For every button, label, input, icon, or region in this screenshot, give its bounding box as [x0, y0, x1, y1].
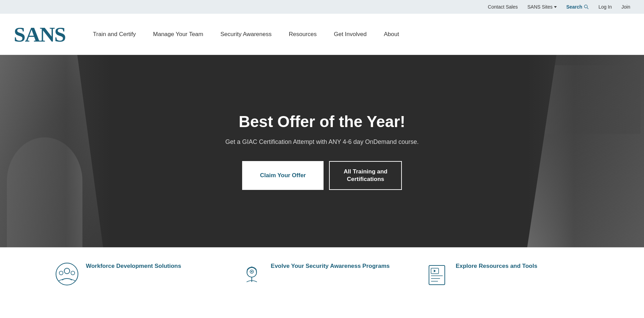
svg-point-8: [251, 271, 252, 272]
card-security-awareness-title: Evolve Your Security Awareness Programs: [271, 262, 389, 270]
hero-title: Best Offer of the Year!: [225, 112, 419, 131]
top-utility-bar: Contact Sales SANS Sites Search Log In J…: [0, 0, 644, 14]
svg-marker-11: [434, 270, 436, 272]
card-resources-title: Explore Resources and Tools: [456, 262, 538, 270]
hero-bg-left: [0, 55, 110, 247]
search-link[interactable]: Search: [566, 4, 589, 10]
main-nav: Train and Certify Manage Your Team Secur…: [93, 31, 630, 38]
chevron-down-icon: [554, 6, 557, 8]
nav-get-involved[interactable]: Get Involved: [334, 31, 366, 38]
svg-point-4: [59, 271, 63, 275]
card-workforce-title: Workforce Development Solutions: [86, 262, 181, 270]
hero-subtitle: Get a GIAC Certification Attempt with AN…: [225, 138, 419, 146]
svg-point-0: [585, 5, 588, 8]
nav-train-certify[interactable]: Train and Certify: [93, 31, 136, 38]
contact-sales-link[interactable]: Contact Sales: [488, 4, 518, 10]
card-workforce[interactable]: Workforce Development Solutions: [55, 262, 219, 286]
hero-buttons: Claim Your Offer All Training and Certif…: [225, 161, 419, 190]
cards-section: Workforce Development Solutions Evolve Y…: [0, 247, 644, 300]
card-resources[interactable]: Explore Resources and Tools: [425, 262, 589, 286]
sans-sites-label[interactable]: SANS Sites: [528, 4, 553, 10]
search-label: Search: [566, 4, 583, 10]
nav-about[interactable]: About: [384, 31, 399, 38]
hero-section: Best Offer of the Year! Get a GIAC Certi…: [0, 55, 644, 247]
workforce-icon: [55, 262, 79, 286]
card-security-awareness[interactable]: Evolve Your Security Awareness Programs: [240, 262, 404, 286]
claim-offer-button[interactable]: Claim Your Offer: [242, 161, 324, 190]
svg-point-3: [64, 268, 70, 274]
nav-manage-team[interactable]: Manage Your Team: [153, 31, 203, 38]
search-icon: [584, 4, 589, 9]
security-awareness-icon: [240, 262, 264, 286]
nav-security-awareness[interactable]: Security Awareness: [221, 31, 272, 38]
all-training-button[interactable]: All Training and Certifications: [329, 161, 402, 190]
sans-sites-dropdown[interactable]: SANS Sites: [528, 4, 557, 10]
svg-line-1: [587, 8, 589, 9]
svg-point-5: [71, 271, 75, 275]
hero-bg-right: [527, 55, 644, 247]
all-training-label: All Training and Certifications: [343, 168, 387, 183]
join-link[interactable]: Join: [621, 4, 630, 10]
hero-content: Best Offer of the Year! Get a GIAC Certi…: [225, 112, 419, 190]
login-link[interactable]: Log In: [598, 4, 612, 10]
nav-resources[interactable]: Resources: [289, 31, 317, 38]
logo-area[interactable]: SANS: [14, 24, 66, 45]
resources-icon: [425, 262, 449, 286]
sans-logo: SANS: [14, 23, 66, 46]
main-header: SANS Train and Certify Manage Your Team …: [0, 14, 644, 55]
